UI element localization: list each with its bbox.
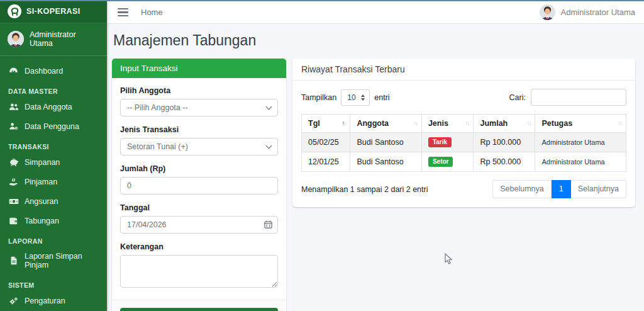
cell-jenis: Tarik xyxy=(421,133,474,152)
tanggal-input[interactable] xyxy=(120,216,278,234)
sidebar-item-label: Dashboard xyxy=(25,67,63,76)
proses-transaksi-button[interactable]: Proses Transaksi xyxy=(120,308,278,311)
search-input[interactable] xyxy=(531,89,626,106)
sidebar-item-label: Data Anggota xyxy=(25,103,72,111)
column-header-anggota[interactable]: Anggota↑↓ xyxy=(350,115,422,133)
input-transaksi-body: Pilih Anggota -- Pilih Anggota -- Jenis … xyxy=(112,78,286,300)
cell-tgl: 12/01/25 xyxy=(302,152,350,172)
home-link[interactable]: Home xyxy=(141,8,163,17)
sidebar-item-label: Laporan Simpan Pinjam xyxy=(25,252,99,269)
sidebar-item-label: Simpanan xyxy=(25,158,60,167)
column-header-jumlah[interactable]: Jumlah↑↓ xyxy=(474,115,535,133)
cell-anggota: Budi Santoso xyxy=(350,152,422,172)
user-avatar xyxy=(8,31,24,47)
pagination-prev-button[interactable]: Sebelumnya xyxy=(492,180,552,198)
sidebar-item-label: Pengaturan xyxy=(25,297,65,305)
pagination-next-button[interactable]: Selanjutnya xyxy=(571,180,626,198)
koperasi-logo-icon xyxy=(8,4,21,18)
column-header-tgl[interactable]: Tgl↑↓ xyxy=(302,115,350,133)
dashboard-icon xyxy=(8,66,19,76)
pagination-page-1-button[interactable]: 1 xyxy=(552,180,571,198)
spinner-arrows-icon xyxy=(361,94,365,101)
riwayat-header: Riwayat Transaksi Terbaru xyxy=(292,59,635,81)
sidebar-item-label: Pinjaman xyxy=(25,178,57,186)
length-suffix-label: entri xyxy=(374,93,389,102)
sidebar-item-simpanan[interactable]: Simpanan xyxy=(0,152,107,172)
riwayat-body: Tampilkan 10 entri Cari: xyxy=(292,81,635,207)
table-header-row: Tgl↑↓ Anggota↑↓ Jenis↑↓ Jumlah↑↓ Petugas… xyxy=(302,115,626,133)
sidebar-section-sistem: SISTEM xyxy=(0,274,107,291)
brand-title: SI-KOPERASI xyxy=(26,7,80,16)
status-badge-tarik: Tarik xyxy=(428,137,452,147)
sidebar-item-tabungan[interactable]: Tabungan xyxy=(0,211,107,230)
sort-icons: ↑↓ xyxy=(465,120,469,127)
table-info-text: Menampilkan 1 sampai 2 dari 2 entri xyxy=(301,185,428,194)
cell-jumlah: Rp 500.000 xyxy=(474,152,535,172)
cell-petugas: Administrator Utama xyxy=(535,152,626,172)
jenis-transaksi-select[interactable]: Setoran Tunai (+) xyxy=(120,138,278,156)
table-row: 05/02/25 Budi Santoso Tarik Rp 100.000 A… xyxy=(302,133,626,152)
sort-icons: ↑↓ xyxy=(618,120,621,127)
keterangan-textarea[interactable] xyxy=(120,255,278,288)
column-header-petugas[interactable]: Petugas↑↓ xyxy=(535,115,626,133)
jenis-transaksi-label: Jenis Transaksi xyxy=(120,125,278,134)
sidebar-item-angsuran[interactable]: Angsuran xyxy=(0,191,107,211)
sidebar-item-data-anggota[interactable]: Data Anggota xyxy=(0,97,107,116)
jumlah-label: Jumlah (Rp) xyxy=(120,164,278,173)
pilih-anggota-label: Pilih Anggota xyxy=(120,86,278,95)
keterangan-label: Keterangan xyxy=(120,242,278,251)
sidebar: SI-KOPERASI Administrator Utama Dashboar… xyxy=(0,0,107,311)
page-length-control: Tampilkan 10 entri xyxy=(301,89,390,106)
field-keterangan: Keterangan xyxy=(120,242,278,290)
wallet-icon xyxy=(8,216,19,225)
main-content: Manajemen Tabungan Input Transaksi Pilih… xyxy=(107,24,644,311)
sidebar-item-label: Data Pengguna xyxy=(25,122,79,131)
sidebar-item-label: Tabungan xyxy=(25,217,59,225)
column-header-jenis[interactable]: Jenis↑↓ xyxy=(421,115,474,133)
cell-jenis: Setor xyxy=(421,152,474,172)
file-pdf-icon xyxy=(8,256,19,266)
jumlah-input[interactable] xyxy=(120,177,278,195)
sidebar-item-dashboard[interactable]: Dashboard xyxy=(0,61,107,81)
sidebar-section-data-master: DATA MASTER xyxy=(0,81,107,97)
field-jumlah: Jumlah (Rp) xyxy=(120,164,278,195)
sort-icons: ↑↓ xyxy=(526,120,530,127)
brand[interactable]: SI-KOPERASI xyxy=(0,0,107,23)
gears-icon xyxy=(8,296,19,305)
sidebar-item-laporan-simpan-pinjam[interactable]: Laporan Simpan Pinjam xyxy=(0,247,107,274)
tanggal-label: Tanggal xyxy=(120,203,278,212)
riwayat-table: Tgl↑↓ Anggota↑↓ Jenis↑↓ Jumlah↑↓ Petugas… xyxy=(301,114,626,172)
sidebar-section-laporan: LAPORAN xyxy=(0,230,107,247)
input-transaksi-header: Input Transaksi xyxy=(112,59,286,78)
topbar-user-name: Administrator Utama xyxy=(561,8,635,17)
page-title: Manajemen Tabungan xyxy=(113,32,635,49)
cell-jumlah: Rp 100.000 xyxy=(474,133,535,152)
cell-tgl: 05/02/25 xyxy=(302,133,350,152)
user-gear-icon xyxy=(8,122,19,131)
sort-icons: ↑↓ xyxy=(413,120,417,127)
topbar-user-menu[interactable]: Administrator Utama xyxy=(540,4,635,20)
sidebar-toggle-button[interactable] xyxy=(118,8,128,16)
riwayat-transaksi-card: Riwayat Transaksi Terbaru Tampilkan 10 e… xyxy=(292,59,635,207)
input-transaksi-card: Input Transaksi Pilih Anggota -- Pilih A… xyxy=(112,59,286,311)
datatable-controls: Tampilkan 10 entri Cari: xyxy=(301,89,626,106)
sidebar-item-data-pengguna[interactable]: Data Pengguna xyxy=(0,116,107,136)
input-transaksi-footer: Proses Transaksi xyxy=(112,300,286,311)
window-top-edge xyxy=(0,0,644,1)
pilih-anggota-select[interactable]: -- Pilih Anggota -- xyxy=(120,99,278,116)
search-label: Cari: xyxy=(509,93,526,102)
sidebar-item-pinjaman[interactable]: Pinjaman xyxy=(0,172,107,191)
page-length-select[interactable]: 10 xyxy=(341,89,370,106)
piggy-bank-icon xyxy=(8,157,19,167)
sidebar-item-label: Angsuran xyxy=(25,197,58,206)
table-row: 12/01/25 Budi Santoso Setor Rp 500.000 A… xyxy=(302,152,626,172)
user-avatar xyxy=(540,4,555,20)
sidebar-item-pengaturan[interactable]: Pengaturan xyxy=(0,291,107,310)
pagination: Sebelumnya 1 Selanjutnya xyxy=(492,180,626,198)
field-pilih-anggota: Pilih Anggota -- Pilih Anggota -- xyxy=(120,86,278,116)
money-bill-icon xyxy=(8,196,19,206)
page-length-value: 10 xyxy=(347,93,355,102)
sidebar-section-transaksi: TRANSAKSI xyxy=(0,136,107,152)
cell-petugas: Administrator Utama xyxy=(535,133,626,152)
hand-holding-dollar-icon xyxy=(8,177,19,186)
